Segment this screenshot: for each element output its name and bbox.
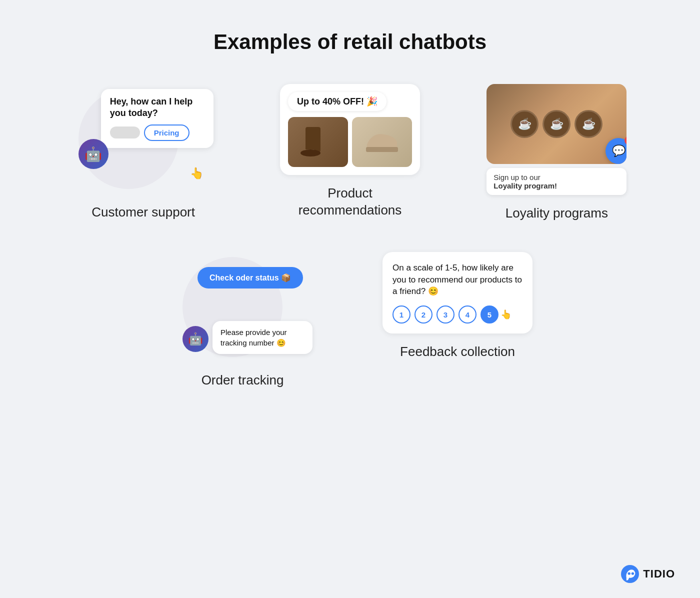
page-title: Examples of retail chatbots — [214, 30, 486, 54]
lp-text-line1: Sign up to our — [494, 173, 540, 182]
pr-boot-image — [288, 117, 348, 167]
fc-cursor-icon: 👆 — [500, 309, 512, 320]
fc-label: Feedback collection — [400, 344, 515, 360]
fc-num-4[interactable]: 4 — [458, 306, 476, 324]
bottom-grid: Check oder status 📦 🤖 Please provide you… — [145, 252, 555, 389]
lp-image: ☕ ☕ ☕ 💬 1 — [486, 84, 626, 164]
lp-chat-icon[interactable]: 💬 1 — [606, 138, 626, 164]
ot-avatar: 🤖 — [182, 326, 208, 352]
fc-num-1[interactable]: 1 — [392, 306, 410, 324]
svg-point-2 — [300, 150, 320, 156]
fc-num-2[interactable]: 2 — [414, 306, 432, 324]
ot-label: Order tracking — [202, 372, 284, 389]
svg-point-5 — [628, 572, 630, 574]
fc-question: On a scale of 1-5, how likely are you to… — [392, 262, 522, 298]
ot-bubble: Please provide your tracking number 😊 — [212, 321, 312, 354]
lp-label: Loyality programs — [506, 205, 608, 222]
tidio-logo: TIDIO — [621, 565, 675, 583]
fc-num-5[interactable]: 5 — [480, 306, 498, 324]
lp-cup-1: ☕ — [510, 110, 538, 138]
top-grid: Hey, how can I help you today? Pricing 🤖… — [50, 84, 650, 222]
cs-pricing-button[interactable]: Pricing — [144, 124, 190, 141]
pr-images — [288, 117, 412, 167]
cs-avatar: 🤖 — [78, 139, 108, 169]
lp-text-box: Sign up to our Loyality program! — [486, 168, 626, 195]
feedback-collection-card: On a scale of 1-5, how likely are you to… — [360, 252, 555, 389]
lp-cup-3: ☕ — [574, 110, 602, 138]
ot-widget: Check oder status 📦 🤖 Please provide you… — [172, 252, 312, 362]
cs-bubble-text: Hey, how can I help you today? — [110, 96, 204, 120]
svg-rect-0 — [306, 127, 320, 152]
cs-chat-bubble: Hey, how can I help you today? Pricing — [101, 89, 214, 148]
lp-text-line2: Loyality program! — [494, 182, 557, 190]
cs-widget: Hey, how can I help you today? Pricing 🤖… — [74, 84, 214, 194]
product-recommendations-card: Up to 40% OFF! 🎉 Productrecomme — [256, 84, 443, 222]
customer-support-card: Hey, how can I help you today? Pricing 🤖… — [50, 84, 236, 222]
pr-shoe-image — [352, 117, 412, 167]
ot-check-status-button[interactable]: Check oder status 📦 — [198, 267, 303, 288]
fc-widget: On a scale of 1-5, how likely are you to… — [382, 252, 532, 334]
lp-widget: ☕ ☕ ☕ 💬 1 Sign up to our Loyality progra… — [486, 84, 626, 195]
fc-num-3[interactable]: 3 — [436, 306, 454, 324]
svg-point-6 — [632, 572, 634, 574]
cursor-icon: 👆 — [190, 167, 204, 180]
tidio-icon — [621, 565, 639, 583]
loyalty-programs-card: ☕ ☕ ☕ 💬 1 Sign up to our Loyality progra… — [464, 84, 650, 222]
svg-rect-3 — [366, 147, 398, 152]
tidio-label: TIDIO — [643, 568, 675, 580]
fc-scale: 1 2 3 4 5 👆 — [392, 306, 522, 324]
lp-cup-2: ☕ — [542, 110, 570, 138]
lp-coffee-circles: ☕ ☕ ☕ — [510, 110, 602, 138]
pr-label: Productrecommendations — [298, 185, 402, 219]
order-tracking-card: Check oder status 📦 🤖 Please provide you… — [145, 252, 340, 389]
pr-banner: Up to 40% OFF! 🎉 — [288, 92, 386, 111]
cs-label: Customer support — [92, 204, 195, 221]
cs-btn-gray — [110, 126, 140, 138]
cs-buttons: Pricing — [110, 124, 204, 141]
lp-notification-badge: 1 — [624, 136, 626, 145]
pr-widget: Up to 40% OFF! 🎉 — [280, 84, 420, 175]
